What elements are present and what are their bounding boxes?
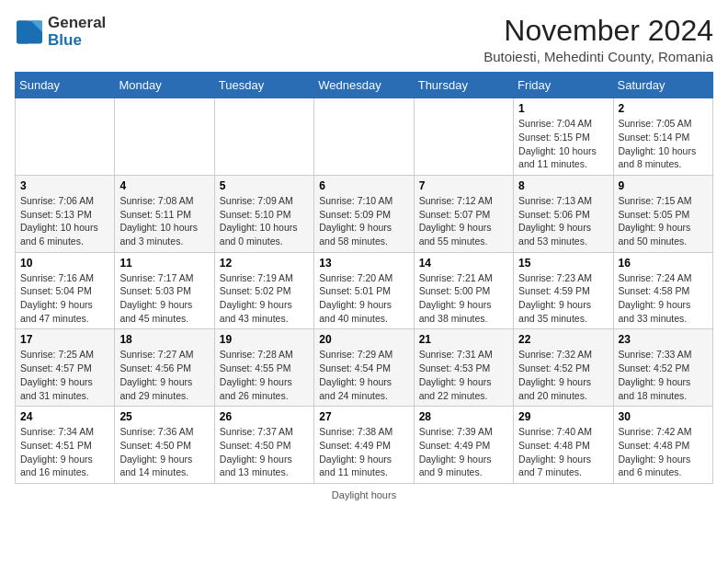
day-info: Sunrise: 7:08 AMSunset: 5:11 PMDaylight:…	[119, 194, 209, 248]
day-info: Sunrise: 7:29 AMSunset: 4:54 PMDaylight:…	[319, 348, 408, 402]
calendar-week-row: 1Sunrise: 7:04 AMSunset: 5:15 PMDaylight…	[16, 98, 713, 176]
calendar-cell: 1Sunrise: 7:04 AMSunset: 5:15 PMDaylight…	[514, 98, 613, 176]
day-number: 13	[319, 257, 408, 270]
day-number: 25	[119, 410, 209, 423]
day-info: Sunrise: 7:23 AMSunset: 4:59 PMDaylight:…	[518, 271, 608, 326]
day-info: Sunrise: 7:12 AMSunset: 5:07 PMDaylight:…	[419, 194, 508, 248]
day-number: 16	[619, 257, 708, 270]
calendar-cell: 14Sunrise: 7:21 AMSunset: 5:00 PMDayligh…	[414, 252, 513, 329]
day-info: Sunrise: 7:33 AMSunset: 4:52 PMDaylight:…	[619, 348, 708, 402]
calendar-cell: 3Sunrise: 7:06 AMSunset: 5:13 PMDaylight…	[16, 175, 115, 252]
calendar-week-row: 3Sunrise: 7:06 AMSunset: 5:13 PMDaylight…	[16, 175, 713, 252]
calendar-cell: 26Sunrise: 7:37 AMSunset: 4:50 PMDayligh…	[214, 407, 313, 484]
calendar-subtitle: Butoiesti, Mehedinti County, Romania	[483, 49, 713, 64]
title-area: November 2024 Butoiesti, Mehedinti Count…	[483, 15, 713, 64]
day-number: 5	[220, 179, 309, 192]
day-number: 27	[319, 410, 408, 423]
day-header-monday: Monday	[115, 73, 214, 98]
day-number: 3	[20, 179, 109, 192]
day-info: Sunrise: 7:38 AMSunset: 4:49 PMDaylight:…	[319, 425, 408, 479]
calendar-cell: 18Sunrise: 7:27 AMSunset: 4:56 PMDayligh…	[115, 329, 214, 407]
day-info: Sunrise: 7:15 AMSunset: 5:05 PMDaylight:…	[619, 194, 708, 248]
logo-text: General Blue	[48, 15, 106, 49]
day-info: Sunrise: 7:27 AMSunset: 4:56 PMDaylight:…	[119, 348, 209, 402]
calendar-cell: 6Sunrise: 7:10 AMSunset: 5:09 PMDaylight…	[314, 175, 414, 252]
calendar-cell: 20Sunrise: 7:29 AMSunset: 4:54 PMDayligh…	[314, 329, 414, 407]
day-info: Sunrise: 7:20 AMSunset: 5:01 PMDaylight:…	[319, 271, 408, 326]
calendar-cell: 29Sunrise: 7:40 AMSunset: 4:48 PMDayligh…	[514, 407, 613, 484]
calendar-week-row: 24Sunrise: 7:34 AMSunset: 4:51 PMDayligh…	[16, 407, 713, 484]
day-info: Sunrise: 7:28 AMSunset: 4:55 PMDaylight:…	[220, 348, 309, 402]
svg-rect-1	[17, 20, 29, 43]
calendar-cell: 4Sunrise: 7:08 AMSunset: 5:11 PMDaylight…	[115, 175, 214, 252]
calendar-title: November 2024	[483, 15, 713, 47]
day-info: Sunrise: 7:17 AMSunset: 5:03 PMDaylight:…	[119, 271, 209, 326]
calendar-week-row: 10Sunrise: 7:16 AMSunset: 5:04 PMDayligh…	[16, 252, 713, 329]
calendar-cell: 11Sunrise: 7:17 AMSunset: 5:03 PMDayligh…	[115, 252, 214, 329]
day-info: Sunrise: 7:31 AMSunset: 4:53 PMDaylight:…	[419, 348, 508, 402]
calendar-cell: 2Sunrise: 7:05 AMSunset: 5:14 PMDaylight…	[613, 98, 712, 176]
day-number: 2	[619, 102, 708, 115]
calendar-cell: 24Sunrise: 7:34 AMSunset: 4:51 PMDayligh…	[16, 407, 115, 484]
calendar-cell: 30Sunrise: 7:42 AMSunset: 4:48 PMDayligh…	[613, 407, 712, 484]
day-number: 10	[20, 257, 109, 270]
day-number: 28	[419, 410, 508, 423]
calendar-cell: 21Sunrise: 7:31 AMSunset: 4:53 PMDayligh…	[414, 329, 513, 407]
day-number: 17	[20, 333, 109, 346]
day-header-friday: Friday	[514, 73, 613, 98]
calendar-cell	[115, 98, 214, 176]
day-number: 19	[220, 333, 309, 346]
footer-note: Daylight hours	[15, 489, 713, 500]
day-number: 22	[518, 333, 608, 346]
calendar-cell: 17Sunrise: 7:25 AMSunset: 4:57 PMDayligh…	[16, 329, 115, 407]
day-info: Sunrise: 7:10 AMSunset: 5:09 PMDaylight:…	[319, 194, 408, 248]
day-info: Sunrise: 7:09 AMSunset: 5:10 PMDaylight:…	[220, 194, 309, 248]
day-info: Sunrise: 7:06 AMSunset: 5:13 PMDaylight:…	[20, 194, 109, 248]
day-info: Sunrise: 7:25 AMSunset: 4:57 PMDaylight:…	[20, 348, 109, 402]
logo-icon	[15, 19, 44, 45]
calendar-cell: 15Sunrise: 7:23 AMSunset: 4:59 PMDayligh…	[514, 252, 613, 329]
calendar-cell: 22Sunrise: 7:32 AMSunset: 4:52 PMDayligh…	[514, 329, 613, 407]
day-info: Sunrise: 7:40 AMSunset: 4:48 PMDaylight:…	[518, 425, 608, 479]
day-info: Sunrise: 7:39 AMSunset: 4:49 PMDaylight:…	[419, 425, 508, 479]
calendar-cell: 13Sunrise: 7:20 AMSunset: 5:01 PMDayligh…	[314, 252, 414, 329]
day-header-saturday: Saturday	[613, 73, 712, 98]
calendar-cell: 7Sunrise: 7:12 AMSunset: 5:07 PMDaylight…	[414, 175, 513, 252]
day-header-thursday: Thursday	[414, 73, 513, 98]
calendar-cell	[414, 98, 513, 176]
calendar-body: 1Sunrise: 7:04 AMSunset: 5:15 PMDaylight…	[16, 98, 713, 484]
header: General Blue November 2024 Butoiesti, Me…	[15, 15, 713, 64]
day-info: Sunrise: 7:04 AMSunset: 5:15 PMDaylight:…	[518, 117, 608, 171]
calendar-cell: 9Sunrise: 7:15 AMSunset: 5:05 PMDaylight…	[613, 175, 712, 252]
calendar-cell	[214, 98, 313, 176]
day-number: 15	[518, 257, 608, 270]
calendar-header-row: SundayMondayTuesdayWednesdayThursdayFrid…	[16, 73, 713, 98]
calendar-cell: 25Sunrise: 7:36 AMSunset: 4:50 PMDayligh…	[115, 407, 214, 484]
day-info: Sunrise: 7:37 AMSunset: 4:50 PMDaylight:…	[220, 425, 309, 479]
day-info: Sunrise: 7:13 AMSunset: 5:06 PMDaylight:…	[518, 194, 608, 248]
calendar-cell: 23Sunrise: 7:33 AMSunset: 4:52 PMDayligh…	[613, 329, 712, 407]
day-number: 20	[319, 333, 408, 346]
day-number: 6	[319, 179, 408, 192]
calendar-cell: 28Sunrise: 7:39 AMSunset: 4:49 PMDayligh…	[414, 407, 513, 484]
day-number: 29	[518, 410, 608, 423]
day-number: 4	[119, 179, 209, 192]
day-number: 26	[220, 410, 309, 423]
day-number: 1	[518, 102, 608, 115]
day-header-tuesday: Tuesday	[214, 73, 313, 98]
day-number: 23	[619, 333, 708, 346]
day-header-wednesday: Wednesday	[314, 73, 414, 98]
day-info: Sunrise: 7:19 AMSunset: 5:02 PMDaylight:…	[220, 271, 309, 326]
day-number: 8	[518, 179, 608, 192]
calendar-table: SundayMondayTuesdayWednesdayThursdayFrid…	[15, 72, 713, 484]
day-number: 21	[419, 333, 508, 346]
calendar-cell	[314, 98, 414, 176]
day-info: Sunrise: 7:36 AMSunset: 4:50 PMDaylight:…	[119, 425, 209, 479]
day-info: Sunrise: 7:34 AMSunset: 4:51 PMDaylight:…	[20, 425, 109, 479]
day-number: 24	[20, 410, 109, 423]
day-number: 14	[419, 257, 508, 270]
calendar-cell: 12Sunrise: 7:19 AMSunset: 5:02 PMDayligh…	[214, 252, 313, 329]
day-number: 9	[619, 179, 708, 192]
calendar-cell	[16, 98, 115, 176]
day-info: Sunrise: 7:05 AMSunset: 5:14 PMDaylight:…	[619, 117, 708, 171]
